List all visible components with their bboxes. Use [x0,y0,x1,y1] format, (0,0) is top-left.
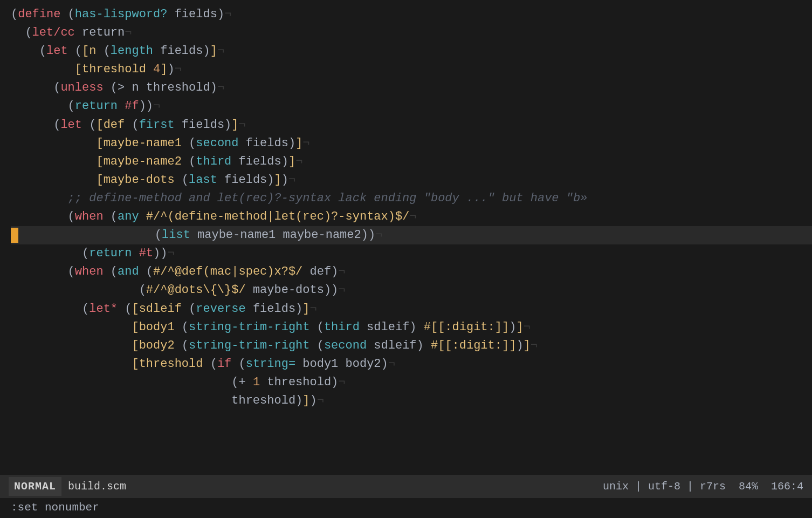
code-line: [body1 (string-trim-right (third sdleif)… [11,318,812,337]
code-line: [threshold 4])¬ [11,60,812,79]
cursor [11,228,18,243]
code-line: (when (any #/^(define-method|let(rec)?-s… [11,208,812,226]
scroll-percent: 84% [739,478,758,495]
file-info: unix | utf-8 | r7rs [603,478,726,495]
code-line: (return #f))¬ [11,97,812,115]
code-line: (return #t))¬ [11,244,812,263]
code-line: [maybe-name1 (second fields)]¬ [11,134,812,153]
code-line: (#/^@dots\{\}$/ maybe-dots))¬ [11,281,812,299]
editor: (define (has-lispword? fields)¬ (let/cc … [0,0,812,518]
editor-mode: NORMAL [9,477,61,496]
code-line: (when (and (#/^@def(mac|spec)x?$/ def)¬ [11,263,812,281]
code-line: [threshold (if (string= body1 body2)¬ [11,355,812,373]
code-line: (unless (> n threshold)¬ [11,79,812,97]
code-line: threshold)])¬ [11,392,812,410]
cursor-position: 166:4 [771,478,803,495]
code-line: [maybe-name2 (third fields)]¬ [11,153,812,171]
code-line: (let ([n (length fields)]¬ [11,42,812,60]
code-line: ;; define-method and let(rec)?-syntax la… [11,189,812,208]
command-line[interactable]: :set nonumber [0,498,812,518]
code-line: [body2 (string-trim-right (second sdleif… [11,337,812,355]
code-line: (let ([def (first fields)]¬ [11,116,812,134]
code-line: (let/cc return¬ [11,24,812,42]
code-line: (let* ([sdleif (reverse fields)]¬ [11,300,812,318]
filename: build.scm [68,478,126,495]
command-text: :set nonumber [11,501,99,514]
status-right: unix | utf-8 | r7rs 84% 166:4 [603,478,803,495]
code-line: (+ 1 threshold)¬ [11,373,812,392]
code-line: [maybe-dots (last fields)])¬ [11,171,812,189]
code-area[interactable]: (define (has-lispword? fields)¬ (let/cc … [0,0,812,475]
code-line-highlighted: (list maybe-name1 maybe-name2))¬ [11,226,812,244]
code-line: (define (has-lispword? fields)¬ [11,5,812,24]
status-bar: NORMAL build.scm unix | utf-8 | r7rs 84%… [0,475,812,498]
